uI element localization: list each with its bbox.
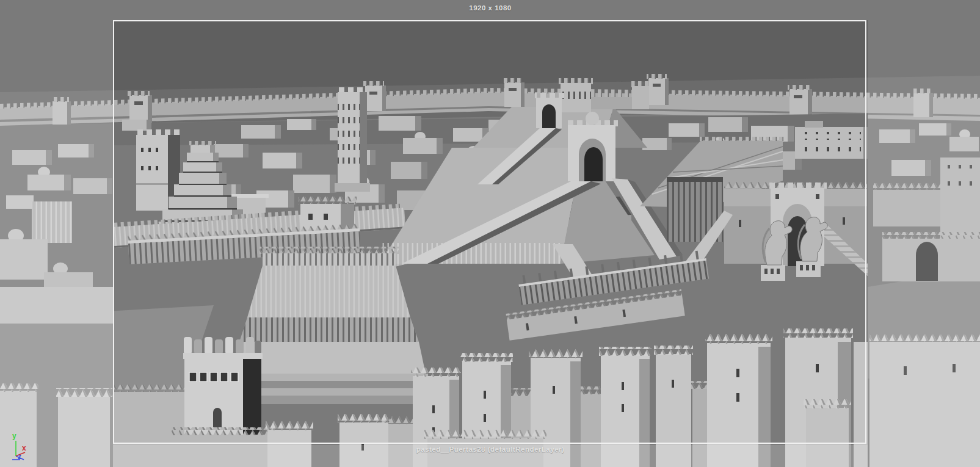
viewport-3d-scene[interactable] [0,0,980,467]
viewport[interactable]: 1920 x 1080 pasted__Puertas28 (defaultRe… [0,0,980,467]
tall-temple-tower [335,87,370,192]
